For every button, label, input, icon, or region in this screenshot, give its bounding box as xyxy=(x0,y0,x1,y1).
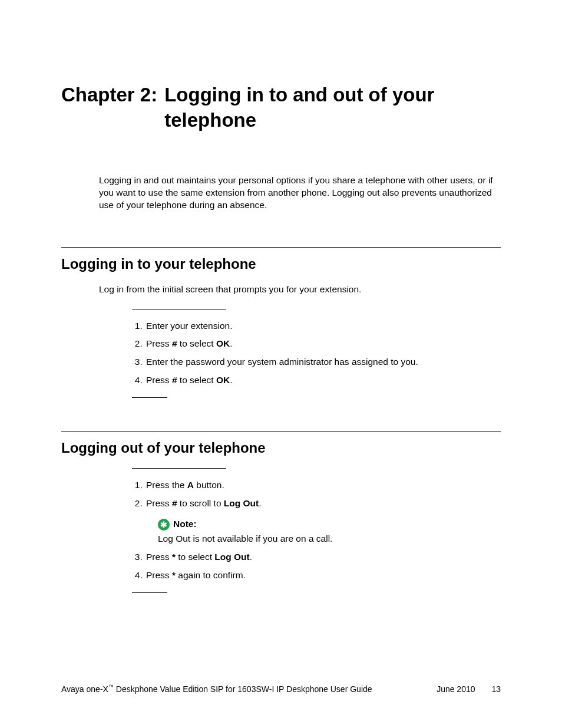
section-heading-logout: Logging out of your telephone xyxy=(61,440,501,456)
step-text: to select xyxy=(177,375,216,385)
step-item: Press # to scroll to Log Out. ✱ Note: Lo… xyxy=(145,498,501,545)
key-a: A xyxy=(187,480,194,490)
label-logout: Log Out xyxy=(214,552,249,562)
footer-product-b: Deskphone Value Edition SIP for 1603SW-I… xyxy=(114,684,372,694)
step-text: Press xyxy=(146,338,172,348)
step-item: Press the A button. xyxy=(145,479,501,492)
note-block: ✱ Note: Log Out is not available if you … xyxy=(158,518,501,545)
step-text: to select xyxy=(177,338,216,348)
chapter-title-text: Logging in to and out of your telephone xyxy=(164,83,501,133)
trademark-symbol: ™ xyxy=(108,684,114,690)
step-item: Press # to select OK. xyxy=(145,374,501,387)
step-text: . xyxy=(230,375,232,385)
key-hash: # xyxy=(172,375,177,385)
footer-product: Avaya one-X™ Deskphone Value Edition SIP… xyxy=(61,684,372,694)
section-logging-out: Logging out of your telephone Press the … xyxy=(61,431,501,593)
label-logout: Log Out xyxy=(224,498,259,508)
step-text: Enter the password your system administr… xyxy=(146,357,418,367)
steps-divider-bottom xyxy=(132,397,167,398)
steps-divider-top xyxy=(132,309,226,309)
intro-paragraph: Logging in and out maintains your person… xyxy=(99,174,501,212)
section-heading-login: Logging in to your telephone xyxy=(61,256,501,272)
step-text: Press the xyxy=(146,480,187,490)
step-item: Press * to select Log Out. xyxy=(145,551,501,564)
steps-list-logout: Press the A button. Press # to scroll to… xyxy=(132,479,501,582)
key-hash: # xyxy=(172,338,177,348)
note-label: Note: xyxy=(173,518,197,531)
step-text: . xyxy=(250,552,252,562)
step-text: Press xyxy=(146,570,172,580)
page-footer: Avaya one-X™ Deskphone Value Edition SIP… xyxy=(61,684,501,694)
steps-divider-bottom xyxy=(132,592,167,593)
section-divider xyxy=(61,247,501,248)
step-text: . xyxy=(259,498,261,508)
chapter-label: Chapter 2: xyxy=(61,83,164,133)
step-text: . xyxy=(230,338,232,348)
label-ok: OK xyxy=(216,338,230,348)
step-item: Enter your extension. xyxy=(145,320,501,332)
step-text: button. xyxy=(194,480,224,490)
note-body: Log Out is not available if you are on a… xyxy=(158,533,501,545)
document-page: Chapter 2: Logging in to and out of your… xyxy=(0,0,562,728)
step-text: again to confirm. xyxy=(176,570,246,580)
step-item: Press # to select OK. xyxy=(145,338,501,350)
step-text: Press xyxy=(146,498,172,508)
step-item: Enter the password your system administr… xyxy=(145,356,501,368)
footer-meta: June 2010 13 xyxy=(437,684,501,694)
steps-divider-top xyxy=(132,468,226,469)
footer-date: June 2010 xyxy=(437,684,475,694)
section-logging-in: Logging in to your telephone Log in from… xyxy=(61,247,501,398)
note-icon: ✱ xyxy=(158,519,170,531)
step-text: Enter your extension. xyxy=(146,321,232,331)
step-text: Press xyxy=(146,552,172,562)
section-divider xyxy=(61,431,501,431)
steps-list-login: Enter your extension. Press # to select … xyxy=(132,320,501,387)
section-lead-login: Log in from the initial screen that prom… xyxy=(99,284,501,295)
step-text: to scroll to xyxy=(177,498,224,508)
label-ok: OK xyxy=(216,375,230,385)
key-hash: # xyxy=(172,498,177,508)
step-text: Press xyxy=(146,375,172,385)
page-number: 13 xyxy=(491,684,501,694)
chapter-title: Chapter 2: Logging in to and out of your… xyxy=(61,83,501,133)
note-header: ✱ Note: xyxy=(158,518,501,531)
step-item: Press * again to confirm. xyxy=(145,569,501,582)
footer-product-a: Avaya one-X xyxy=(61,684,108,694)
step-text: to select xyxy=(176,552,214,562)
